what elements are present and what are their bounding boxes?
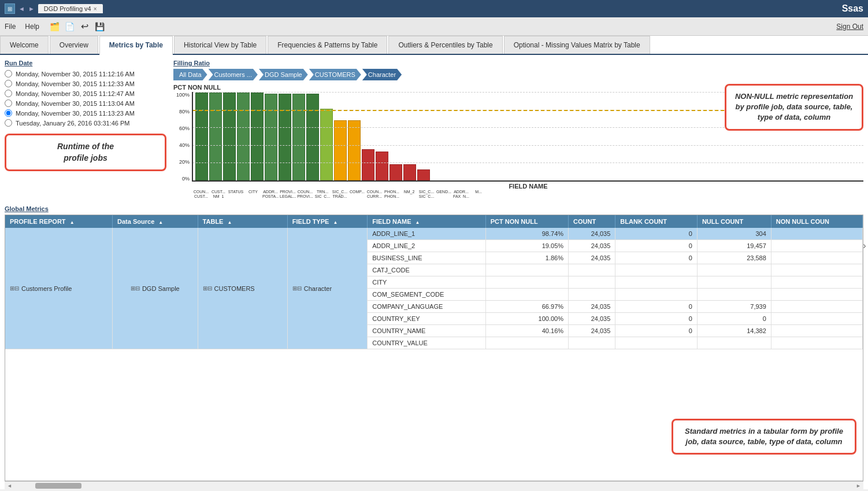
tab-overview[interactable]: Overview [50, 36, 98, 54]
cell-pct-non-null: 1.86% [485, 252, 568, 264]
run-date-option-5[interactable]: Tuesday, January 26, 2016 03:31:46 PM [5, 119, 166, 127]
bar-7[interactable] [292, 94, 305, 180]
toolbar-icon-3[interactable]: ↩ [79, 21, 90, 32]
tab-outliers[interactable]: Outliers & Percentiles by Table [388, 36, 502, 54]
toolbar-icon-2[interactable]: 📄 [64, 21, 75, 32]
col-profile-report[interactable]: PROFILE REPORT ▲ [5, 215, 113, 228]
cell-field-name: COM_SEGMENT_CODE [368, 289, 485, 301]
bar-15[interactable] [403, 164, 416, 180]
cell-field-name: ADDR_LINE_1 [368, 228, 485, 240]
help-menu[interactable]: Help [25, 23, 39, 31]
bar-2[interactable] [223, 93, 236, 180]
table-row[interactable]: ⊞⊟Customers Profile⊞⊟DGD Sample⊞⊟CUSTOME… [5, 228, 863, 240]
breadcrumb-customers-table[interactable]: CUSTOMERS [309, 69, 361, 80]
active-tab[interactable]: DGD Profiling v4 × [38, 4, 103, 13]
bar-8[interactable] [306, 94, 319, 180]
bar-label-2: STATUS [228, 190, 244, 198]
bar-1[interactable] [209, 93, 222, 180]
cell-count [569, 289, 615, 301]
tab-metrics-by-table[interactable]: Metrics by Table [99, 36, 173, 55]
cell-count [569, 337, 615, 349]
chart-wrapper: PCT NON NULL 100% 80% 60% 40% 20% 0% [173, 84, 863, 198]
run-date-option-0[interactable]: Monday, November 30, 2015 11:12:16 AM [5, 70, 166, 77]
cell-pct-non-null: 98.74% [485, 228, 568, 240]
main-content: Run Date Monday, November 30, 2015 11:12… [0, 55, 868, 489]
col-data-source[interactable]: Data Source ▲ [113, 215, 198, 228]
h-scrollbar[interactable]: ◄ ► [5, 481, 863, 489]
breadcrumb-customers[interactable]: Customers ... [209, 69, 258, 80]
app-icon[interactable]: ⊞ [5, 3, 15, 14]
col-pct-non-null[interactable]: PCT NON NULL [485, 215, 568, 228]
run-date-option-4[interactable]: Monday, November 30, 2015 11:13:23 AM [5, 109, 166, 117]
tab-label: DGD Profiling v4 [44, 5, 91, 12]
cell-non-null-count [771, 325, 862, 337]
table-annotation: Standard metrics in a tabular form by pr… [672, 419, 856, 455]
file-menu[interactable]: File [5, 23, 16, 31]
bar-6[interactable] [279, 94, 291, 180]
cell-null-count: 7,939 [697, 301, 771, 313]
cell-non-null-count [771, 276, 862, 289]
right-panel-toggle[interactable]: › [863, 241, 866, 251]
col-non-null-count[interactable]: NON NULL COUN [771, 215, 862, 228]
h-scrollbar-thumb[interactable] [35, 483, 81, 489]
bar-13[interactable] [376, 152, 388, 180]
bar-11[interactable] [348, 120, 361, 180]
toolbar-icon-4[interactable]: 💾 [94, 21, 105, 32]
tab-welcome[interactable]: Welcome [0, 36, 49, 54]
cell-pct-non-null: 100.00% [485, 313, 568, 325]
cell-blank-count: 0 [615, 313, 698, 325]
cell-non-null-count [771, 252, 862, 264]
bar-label-1: CUST...NM_1 [210, 190, 227, 198]
grid-icon-ft: ⊞⊟ [292, 285, 302, 291]
col-table[interactable]: TABLE ▲ [198, 215, 287, 228]
title-bar-left: ⊞ ◄ ► DGD Profiling v4 × [5, 3, 103, 14]
nav-forward[interactable]: ► [28, 5, 35, 12]
bar-3[interactable] [237, 93, 250, 180]
sas-logo: Ssas [842, 3, 863, 13]
breadcrumb-dgd-sample[interactable]: DGD Sample [259, 69, 308, 80]
tab-close[interactable]: × [94, 6, 97, 12]
cell-non-null-count [771, 264, 862, 276]
col-count[interactable]: COUNT [569, 215, 615, 228]
cell-blank-count: 0 [615, 325, 698, 337]
grid-icon-table: ⊞⊟ [203, 285, 212, 291]
cell-blank-count: 0 [615, 252, 698, 264]
bar-4[interactable] [251, 93, 264, 180]
sign-out-link[interactable]: Sign Out [836, 23, 863, 31]
col-field-type[interactable]: FIELD TYPE ▲ [287, 215, 367, 228]
bar-16[interactable] [417, 169, 430, 180]
col-field-name[interactable]: FIELD NAME ▲ [368, 215, 485, 228]
cell-null-count [697, 264, 771, 276]
cell-pct-non-null: 40.16% [485, 325, 568, 337]
tab-historical-view[interactable]: Historical View by Table [174, 36, 266, 54]
tab-missing-values[interactable]: Optional - Missing Values Matrix by Tabl… [504, 36, 650, 54]
bar-label-12: NM_2 [401, 190, 417, 198]
breadcrumb-all-data[interactable]: All Data [173, 69, 207, 80]
bar-14[interactable] [390, 164, 402, 180]
bar-label-11: PHON...PHON... [384, 190, 400, 198]
y-40: 40% [179, 142, 190, 148]
bar-0[interactable] [195, 93, 208, 180]
run-date-option-3[interactable]: Monday, November 30, 2015 11:13:04 AM [5, 99, 166, 107]
col-null-count[interactable]: NULL COUNT [697, 215, 771, 228]
run-date-option-2[interactable]: Monday, November 30, 2015 11:12:47 AM [5, 90, 166, 97]
cell-count: 24,035 [569, 313, 615, 325]
toolbar-icon-1[interactable]: 🗂️ [49, 21, 60, 32]
sort-icon-datasource: ▲ [158, 220, 163, 225]
cell-pct-non-null [485, 289, 568, 301]
cell-non-null-count [771, 313, 862, 325]
run-date-option-1[interactable]: Monday, November 30, 2015 11:12:33 AM [5, 80, 166, 87]
runtime-annotation: Runtime of theprofile jobs [5, 134, 166, 171]
cell-null-count [697, 276, 771, 289]
nav-back[interactable]: ◄ [18, 5, 25, 12]
y-axis: 100% 80% 60% 40% 20% 0% [173, 92, 192, 182]
bar-10[interactable] [334, 120, 347, 180]
y-100: 100% [176, 92, 190, 98]
y-20: 20% [179, 159, 190, 165]
cell-count: 24,035 [569, 301, 615, 313]
tab-frequencies[interactable]: Frequencies & Patterns by Table [268, 36, 387, 54]
bar-5[interactable] [265, 94, 277, 180]
breadcrumb-character[interactable]: Character [362, 69, 402, 80]
bar-12[interactable] [362, 149, 374, 180]
col-blank-count[interactable]: BLANK COUNT [615, 215, 698, 228]
